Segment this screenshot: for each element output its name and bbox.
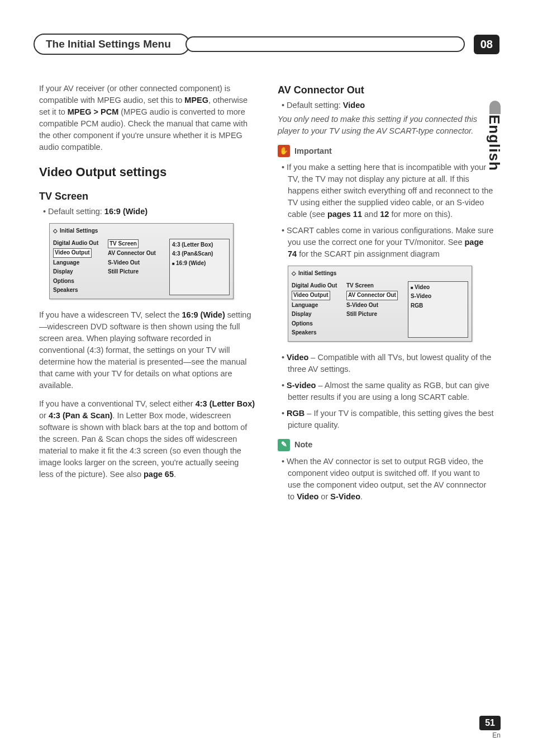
osd-option-marked: ■ Video [411, 283, 465, 292]
osd-item-selected: Video Output [53, 248, 92, 258]
osd-item: Still Picture [346, 310, 406, 319]
option-name: RGB [287, 409, 304, 418]
intro-paragraph: If your AV receiver (or other connected … [39, 83, 255, 153]
header-title: The Initial Settings Menu [34, 34, 190, 55]
default-setting-line: Default setting: 16:9 (Wide) [39, 206, 255, 218]
section-video-output: Video Output settings [39, 163, 255, 181]
osd-title: ◇ Initial Settings [53, 227, 230, 235]
osd-item: Options [292, 319, 342, 329]
osd-item: Digital Audio Out [292, 281, 342, 291]
keyword-mpeg: MPEG [184, 96, 208, 105]
page-lang: En [479, 731, 501, 739]
list-item: RGB – If your TV is compatible, this set… [288, 408, 494, 431]
text: . In Letter Box mode, widescreen softwar… [39, 411, 247, 479]
text: or [318, 492, 330, 501]
osd-col2: TV Screen AV Connector Out S-Video Out S… [106, 239, 167, 295]
subsection-av-connector: AV Connector Out [278, 83, 494, 97]
option-name: S-video [287, 381, 316, 390]
keyword: Video [297, 492, 318, 501]
text: – Almost the same quality as RGB, but ca… [288, 381, 489, 401]
osd-item: TV Screen [346, 281, 406, 291]
osd-item-selected: Video Output [292, 291, 330, 300]
important-label: Important [294, 145, 332, 157]
important-icon: ✋ [278, 145, 290, 157]
left-column: If your AV receiver (or other connected … [39, 83, 255, 507]
osd-item: AV Connector Out [108, 249, 167, 258]
osd-item: Speakers [292, 328, 342, 338]
page-ref: page 65 [144, 470, 174, 479]
content-columns: If your AV receiver (or other connected … [0, 55, 533, 507]
text: You only need to make this setting if yo… [278, 115, 477, 135]
list-item: S-video – Almost the same quality as RGB… [288, 380, 494, 403]
important-list: If you make a setting here that is incom… [278, 162, 494, 260]
list-item: Video – Compatible with all TVs, but low… [288, 352, 494, 375]
osd-item-selected: AV Connector Out [346, 291, 398, 300]
options-list: Video – Compatible with all TVs, but low… [278, 352, 494, 431]
osd-item: S-Video Out [346, 301, 406, 310]
text: for more on this). [389, 210, 453, 219]
text: or [39, 411, 49, 420]
text: – Compatible with all TVs, but lowest qu… [288, 353, 491, 374]
keyword: 4:3 (Pan & Scan) [49, 411, 112, 420]
text: . [174, 470, 176, 479]
paragraph-widescreen: If you have a widescreen TV, select the … [39, 309, 255, 391]
paragraph-conventional: If you have a conventional TV, select ei… [39, 398, 255, 480]
header-divider [194, 36, 465, 52]
osd-item-selected: TV Screen [108, 239, 139, 249]
osd-col3: 4:3 (Letter Box) 4:3 (Pan&Scan) ■ 16:9 (… [169, 239, 230, 295]
osd-item: Options [53, 277, 103, 286]
list-item: When the AV connector is set to output R… [288, 456, 494, 503]
osd-title: ◇ Initial Settings [292, 270, 468, 278]
keyword: S-Video [330, 492, 360, 501]
subsection-tv-screen: TV Screen [39, 189, 255, 204]
osd-item: Speakers [53, 286, 103, 295]
text: for the SCART pin assignment diagram [297, 249, 440, 258]
osd-title-text: Initial Settings [298, 270, 336, 278]
note-icon: ✎ [278, 439, 290, 451]
option-name: Video [287, 353, 308, 362]
keyword-mpeg-pcm: MPEG > PCM [68, 107, 118, 116]
text: setting—widescreen DVD software is then … [39, 310, 251, 390]
default-setting-line: Default setting: Video [278, 100, 494, 111]
list-item: If you make a setting here that is incom… [288, 162, 494, 220]
text: If you have a widescreen TV, select the [39, 310, 182, 319]
page-ref: 12 [380, 210, 389, 219]
default-value: 16:9 (Wide) [104, 207, 147, 216]
keyword: 4:3 (Letter Box) [196, 399, 255, 408]
page-ref: pages 11 [327, 210, 362, 219]
text: – If your TV is compatible, this setting… [288, 409, 494, 429]
osd-item: Still Picture [108, 267, 167, 277]
osd-item: Digital Audio Out [53, 239, 103, 248]
page-footer: 51 En [479, 716, 501, 739]
note-label: Note [294, 439, 312, 451]
text: If you have a conventional TV, select ei… [39, 399, 196, 408]
text: Default setting: [48, 207, 104, 216]
text: Default setting: [287, 101, 343, 110]
note-list: When the AV connector is set to output R… [278, 456, 494, 503]
osd-item: Language [292, 301, 342, 310]
osd-col1: Digital Audio Out Video Output Language … [53, 239, 103, 295]
osd-item: Display [53, 267, 103, 277]
osd-col1: Digital Audio Out Video Output Language … [292, 281, 342, 338]
important-callout: ✋ Important [278, 145, 494, 157]
osd-item: Display [292, 310, 342, 319]
disc-icon: ◇ [53, 227, 58, 235]
osd-option: 4:3 (Pan&Scan) [172, 249, 227, 259]
list-item: SCART cables come in various configurati… [288, 225, 494, 260]
language-side-tab: English [486, 115, 503, 171]
default-value: Video [343, 101, 365, 110]
right-column: AV Connector Out Default setting: Video … [278, 83, 494, 507]
osd-option-marked: ■ 16:9 (Wide) [172, 259, 227, 268]
disc-icon: ◇ [292, 270, 296, 278]
page-number-badge: 51 [479, 716, 501, 730]
osd-screenshot-tv-screen: ◇ Initial Settings Digital Audio Out Vid… [49, 223, 234, 299]
text: . [360, 492, 363, 501]
side-tab-accent [489, 101, 501, 114]
text: and [362, 210, 380, 219]
chapter-badge: 08 [474, 35, 499, 54]
osd-screenshot-av-connector: ◇ Initial Settings Digital Audio Out Vid… [288, 266, 472, 342]
osd-option: 4:3 (Letter Box) [172, 240, 227, 250]
keyword: 16:9 (Wide) [182, 310, 225, 319]
italic-note: You only need to make this setting if yo… [278, 114, 494, 137]
osd-option: RGB [411, 301, 465, 311]
